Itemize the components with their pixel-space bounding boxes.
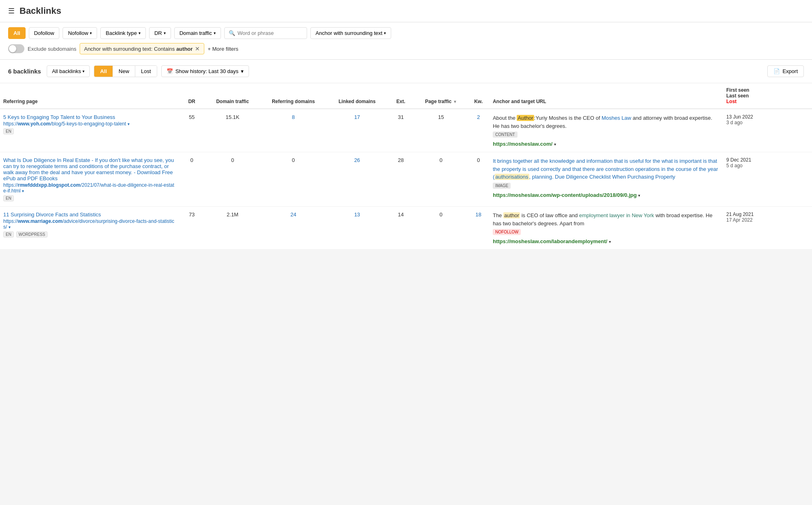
exclude-subdomains-toggle[interactable] — [8, 44, 24, 53]
anchor-target-url[interactable]: https://mosheslaw.com/wp-content/uploads… — [493, 192, 637, 198]
active-filter-tag: Anchor with surrounding text: Contains a… — [80, 43, 204, 54]
table-row: 11 Surprising Divorce Facts and Statisti… — [0, 207, 812, 250]
backlink-type-caret-icon: ▾ — [139, 31, 141, 35]
filter-row-1: All Dofollow Nofollow ▾ Backlink type ▾ … — [8, 27, 804, 39]
anchor-text-block: The author is CEO of law office and empl… — [493, 211, 720, 227]
anchor-type-tag: IMAGE — [493, 183, 511, 189]
hamburger-icon[interactable]: ☰ — [8, 6, 15, 15]
active-filter-text: Anchor with surrounding text: Contains a… — [84, 46, 193, 52]
url-domain-link[interactable]: www.marriage.com — [18, 218, 63, 224]
anchor-url-line: https://mosheslaw.com/ ▾ — [493, 141, 720, 147]
th-dr[interactable]: DR — [178, 83, 206, 109]
anchor-highlight: author — [503, 212, 520, 218]
active-filter-close-icon[interactable]: ✕ — [195, 45, 200, 52]
cell-dates: 9 Dec 2021 5 d ago — [723, 152, 812, 207]
anchor-target-url[interactable]: https://mosheslaw.com/laborandemployment… — [493, 238, 607, 244]
filter-domain-traffic-button[interactable]: Domain traffic ▾ — [174, 27, 221, 39]
url-caret-icon: ▾ — [9, 225, 11, 229]
referring-url: https://www.yoh.com/blog/5-keys-to-engag… — [3, 121, 175, 127]
url-domain-link[interactable]: rmwfdddxpp.blogspot.com — [18, 182, 80, 188]
word-phrase-input[interactable] — [238, 30, 303, 36]
cell-ext: 31 — [387, 109, 415, 152]
url-prefix: https:// — [3, 121, 18, 127]
btn-new[interactable]: New — [113, 66, 135, 77]
filter-backlink-type-button[interactable]: Backlink type ▾ — [100, 27, 146, 39]
cell-ext: 14 — [387, 207, 415, 250]
first-seen-value: 13 Jun 2022 — [726, 114, 809, 120]
url-prefix: https:// — [3, 182, 18, 188]
anchor-surrounding-label: Anchor with surrounding text — [316, 30, 383, 36]
cell-linked-domains: 26 — [327, 152, 387, 207]
th-linked-domains[interactable]: Linked domains — [327, 83, 387, 109]
cell-referring-domains: 24 — [260, 207, 327, 250]
show-history-label: Show history: Last 30 days — [175, 68, 238, 74]
th-referring-domains[interactable]: Referring domains — [260, 83, 327, 109]
url-caret-icon: ▾ — [22, 189, 24, 193]
th-referring-page: Referring page — [0, 83, 178, 109]
cell-linked-domains: 17 — [327, 109, 387, 152]
last-seen-value: 5 d ago — [726, 163, 809, 168]
anchor-type-tag: CONTENT — [493, 132, 517, 138]
cell-referring-domains: 8 — [260, 109, 327, 152]
last-seen-label: Last seen — [726, 93, 809, 99]
cell-domain-traffic: 15.1K — [206, 109, 259, 152]
th-dates: First seen Last seen Lost — [723, 83, 812, 109]
anchor-target-url[interactable]: https://mosheslaw.com/ — [493, 141, 552, 147]
show-history-button[interactable]: 📅 Show history: Last 30 days ▾ — [161, 65, 249, 77]
filter-dofollow-button[interactable]: Dofollow — [29, 27, 60, 39]
th-kw[interactable]: Kw. — [467, 83, 489, 109]
anchor-text-block: It brings together all the knowledge and… — [493, 157, 720, 181]
cell-dr: 73 — [178, 207, 206, 250]
cell-linked-domains: 13 — [327, 207, 387, 250]
cell-referring-domains: 0 — [260, 152, 327, 207]
url-domain-link[interactable]: www.yoh.com — [18, 121, 50, 127]
anchor-post: is CEO of law office and — [520, 212, 579, 218]
filter-anchor-surrounding-button[interactable]: Anchor with surrounding text ▾ — [310, 27, 392, 39]
cell-page-traffic: 0 — [415, 207, 467, 250]
cell-domain-traffic: 2.1M — [206, 207, 259, 250]
th-ext[interactable]: Ext. — [387, 83, 415, 109]
cell-anchor: The author is CEO of law office and empl… — [489, 207, 723, 250]
dates-header-group: First seen Last seen Lost — [726, 87, 809, 104]
url-caret-icon: ▾ — [128, 122, 130, 126]
anchor-url-caret-icon: ▾ — [554, 142, 556, 147]
all-backlinks-dropdown-button[interactable]: All backlinks ▾ — [47, 65, 90, 77]
cell-domain-traffic: 0 — [206, 152, 259, 207]
th-domain-traffic[interactable]: Domain traffic — [206, 83, 259, 109]
word-phrase-search[interactable]: 🔍 — [224, 27, 307, 39]
all-new-lost-group: All New Lost — [94, 65, 157, 77]
sort-arrow-icon: ▼ — [453, 99, 457, 104]
lang-tags: EN WORDPRESS — [3, 230, 175, 237]
anchor-type-tag: NOFOLLOW — [493, 229, 521, 235]
lang-tags: EN — [3, 194, 175, 201]
export-button[interactable]: 📄 Export — [767, 65, 804, 77]
filter-all-button[interactable]: All — [8, 27, 26, 39]
referring-title-link[interactable]: What Is Due Diligence In Real Estate - I… — [3, 157, 175, 181]
cell-kw: 0 — [467, 152, 489, 207]
referring-title-link[interactable]: 11 Surprising Divorce Facts and Statisti… — [3, 211, 175, 218]
exclude-subdomains-toggle-wrap: Exclude subdomains — [8, 44, 76, 53]
cell-ext: 28 — [387, 152, 415, 207]
filter-dr-button[interactable]: DR ▾ — [149, 27, 171, 39]
anchor-link[interactable]: Moshes Law — [602, 115, 631, 121]
page-title: Backlinks — [19, 6, 61, 16]
lang-tag-en: EN — [3, 231, 14, 237]
anchor-link[interactable]: employment lawyer in New York — [579, 212, 654, 218]
btn-all[interactable]: All — [94, 66, 113, 77]
all-backlinks-caret-icon: ▾ — [82, 69, 84, 73]
anchor-pre: About the — [493, 115, 517, 121]
calendar-icon: 📅 — [167, 68, 173, 74]
active-filter-value: author — [176, 46, 193, 52]
last-seen-value: 17 Apr 2022 — [726, 217, 809, 223]
filter-nofollow-button[interactable]: Nofollow ▾ — [63, 27, 97, 39]
th-page-traffic[interactable]: Page traffic ▼ — [415, 83, 467, 109]
table-controls: 6 backlinks All backlinks ▾ All New Lost… — [0, 60, 812, 83]
more-filters-label: + More filters — [208, 46, 238, 52]
show-history-caret-icon: ▾ — [241, 68, 244, 74]
referring-title-link[interactable]: 5 Keys to Engaging Top Talent to Your Bu… — [3, 114, 175, 120]
lang-tag-wordpress: WORDPRESS — [16, 231, 48, 237]
btn-lost[interactable]: Lost — [135, 66, 157, 77]
table-row: 5 Keys to Engaging Top Talent to Your Bu… — [0, 109, 812, 152]
cell-dr: 0 — [178, 152, 206, 207]
more-filters-button[interactable]: + More filters — [208, 46, 238, 52]
